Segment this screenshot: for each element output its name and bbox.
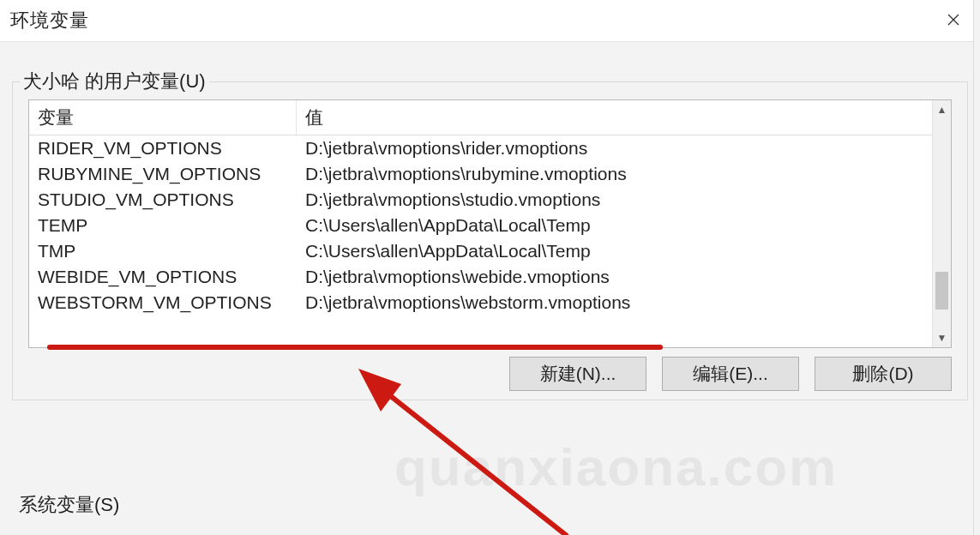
window-title: 环境变量 <box>10 8 89 33</box>
cell-value: C:\Users\allen\AppData\Local\Temp <box>297 238 932 264</box>
cell-variable: TMP <box>29 238 297 264</box>
chevron-down-icon: ▼ <box>937 332 947 344</box>
system-variables-label: 系统变量(S) <box>19 492 119 518</box>
close-icon <box>947 11 960 31</box>
user-variables-buttons: 新建(N)... 编辑(E)... 删除(D) <box>509 357 952 391</box>
table-row[interactable]: TEMPC:\Users\allen\AppData\Local\Temp <box>29 213 932 238</box>
scroll-thumb[interactable] <box>935 272 948 310</box>
column-header-value[interactable]: 值 <box>297 100 932 135</box>
cell-value: D:\jetbra\vmoptions\rider.vmoptions <box>297 135 932 161</box>
titlebar: 环境变量 <box>0 0 980 41</box>
cell-value: D:\jetbra\vmoptions\studio.vmoptions <box>297 187 932 213</box>
table-row[interactable]: RUBYMINE_VM_OPTIONSD:\jetbra\vmoptions\r… <box>29 161 932 187</box>
user-variables-group: 犬小哈 的用户变量(U) 变量 值 RIDER_VM_OPTIONSD:\jet… <box>12 81 968 400</box>
table-row[interactable]: STUDIO_VM_OPTIONSD:\jetbra\vmoptions\stu… <box>29 187 932 213</box>
cell-variable: WEBSTORM_VM_OPTIONS <box>29 290 297 316</box>
new-button[interactable]: 新建(N)... <box>509 357 646 391</box>
cell-variable: STUDIO_VM_OPTIONS <box>29 187 297 213</box>
cell-variable: WEBIDE_VM_OPTIONS <box>29 264 297 290</box>
scroll-up-button[interactable]: ▲ <box>933 100 951 119</box>
dialog-body: 哈教程 quanxiaona.com 犬小哈 的用户变量(U) 变量 值 RID… <box>0 41 980 535</box>
close-button[interactable] <box>934 0 973 41</box>
table-row[interactable]: WEBSTORM_VM_OPTIONSD:\jetbra\vmoptions\w… <box>29 290 932 316</box>
chevron-up-icon: ▲ <box>937 104 947 116</box>
list-header: 变量 值 <box>29 100 932 135</box>
watermark-url: quanxiaona.com <box>394 436 838 497</box>
table-row[interactable]: WEBIDE_VM_OPTIONSD:\jetbra\vmoptions\web… <box>29 264 932 290</box>
scroll-down-button[interactable]: ▼ <box>933 328 951 347</box>
cell-value: D:\jetbra\vmoptions\webstorm.vmoptions <box>297 290 932 316</box>
user-variables-label: 犬小哈 的用户变量(U) <box>20 69 209 94</box>
cell-value: D:\jetbra\vmoptions\webide.vmoptions <box>297 264 932 290</box>
cell-value: D:\jetbra\vmoptions\rubymine.vmoptions <box>297 161 932 187</box>
cell-variable: RUBYMINE_VM_OPTIONS <box>29 161 297 187</box>
table-row[interactable]: RIDER_VM_OPTIONSD:\jetbra\vmoptions\ride… <box>29 135 932 161</box>
vertical-scrollbar[interactable]: ▲ ▼ <box>932 100 951 347</box>
column-header-variable[interactable]: 变量 <box>29 100 297 135</box>
edit-button[interactable]: 编辑(E)... <box>662 357 799 391</box>
window-edge-sliver <box>973 0 980 535</box>
delete-button[interactable]: 删除(D) <box>815 357 952 391</box>
table-row[interactable]: TMPC:\Users\allen\AppData\Local\Temp <box>29 238 932 264</box>
user-variables-list[interactable]: 变量 值 RIDER_VM_OPTIONSD:\jetbra\vmoptions… <box>28 99 952 348</box>
cell-value: C:\Users\allen\AppData\Local\Temp <box>297 213 932 238</box>
cell-variable: RIDER_VM_OPTIONS <box>29 135 297 161</box>
cell-variable: TEMP <box>29 213 297 238</box>
